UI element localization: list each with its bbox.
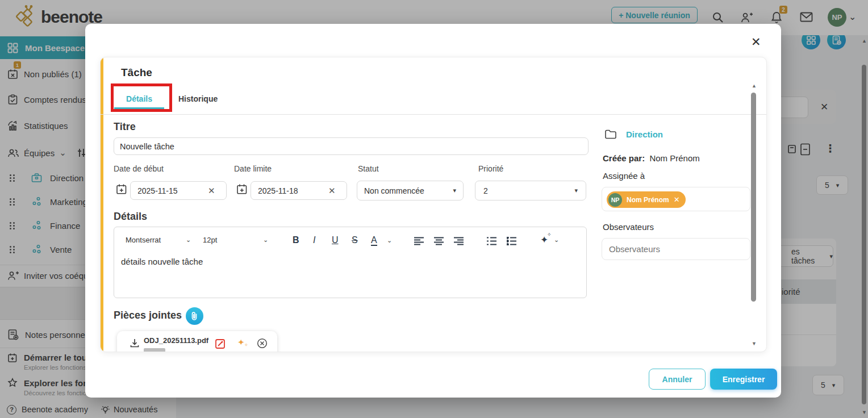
text-color-button[interactable]: A bbox=[371, 236, 377, 246]
title-label: Titre bbox=[114, 121, 136, 133]
italic-button[interactable]: I bbox=[313, 236, 315, 245]
clear-due-date-icon[interactable]: ✕ bbox=[328, 186, 336, 196]
calendar-plus-icon[interactable] bbox=[236, 183, 248, 195]
created-by-row: Créée par: Nom Prénom bbox=[603, 153, 700, 163]
observers-label: Observateurs bbox=[603, 222, 654, 232]
paperclip-icon bbox=[190, 311, 199, 321]
add-attachment-button[interactable] bbox=[186, 307, 203, 325]
clear-start-date-icon[interactable]: ✕ bbox=[208, 186, 215, 196]
align-right-button[interactable] bbox=[454, 237, 464, 245]
due-date-label: Date limite bbox=[234, 164, 272, 173]
align-left-button[interactable] bbox=[414, 237, 424, 245]
card-accent-bar bbox=[101, 57, 103, 352]
pdf-annotate-icon[interactable] bbox=[215, 338, 226, 349]
app-root: beenote + Nouvelle réunion 2 NP bbox=[0, 0, 868, 418]
tab-history[interactable]: Historique bbox=[178, 90, 218, 107]
folder-link[interactable]: Direction bbox=[626, 129, 663, 139]
start-date-input[interactable] bbox=[137, 186, 205, 195]
caret-down-icon: ▾ bbox=[574, 187, 578, 194]
tabs-divider bbox=[101, 114, 767, 115]
calendar-plus-icon[interactable] bbox=[116, 183, 127, 195]
ordered-list-button[interactable] bbox=[487, 237, 497, 245]
chevron-down-icon[interactable]: ⌄ bbox=[186, 237, 191, 243]
task-modal: ✕ Tâche Détails Historique Titre Date de… bbox=[85, 24, 781, 398]
cancel-button[interactable]: Annuler bbox=[649, 369, 706, 390]
attachment-meta-clipped bbox=[144, 348, 165, 352]
modal-close-icon[interactable]: ✕ bbox=[751, 35, 761, 49]
modal-title: Tâche bbox=[121, 66, 152, 79]
start-date-field[interactable]: ✕ bbox=[130, 181, 227, 200]
task-card: Tâche Détails Historique Titre Date de d… bbox=[100, 57, 767, 352]
assignee-chip[interactable]: NP Nom Prénom ✕ bbox=[607, 191, 686, 208]
modal-scrollbar[interactable]: ▲ ▼ bbox=[748, 80, 760, 352]
scroll-up-icon[interactable]: ▲ bbox=[752, 83, 757, 89]
chevron-down-icon[interactable]: ⌄ bbox=[263, 237, 268, 243]
details-editor[interactable]: Montserrat ⌄ 12pt ⌄ B I U S A ⌄ bbox=[114, 227, 587, 298]
priority-select[interactable]: 2 ▾ bbox=[475, 181, 586, 200]
created-by-value: Nom Prénom bbox=[649, 153, 699, 163]
attachment-card: ODJ_20251113.pdf ✦ ✧ bbox=[117, 331, 277, 352]
download-icon[interactable] bbox=[130, 338, 140, 349]
attachment-filename[interactable]: ODJ_20251113.pdf bbox=[144, 336, 208, 345]
font-size-select[interactable]: 12pt bbox=[203, 236, 217, 244]
priority-label: Priorité bbox=[478, 164, 503, 173]
bullet-list-button[interactable] bbox=[507, 237, 517, 245]
title-input[interactable] bbox=[114, 137, 589, 155]
save-button[interactable]: Enregistrer bbox=[710, 369, 777, 390]
chevron-down-icon[interactable]: ⌄ bbox=[554, 237, 559, 243]
annotation-highlight-box bbox=[111, 83, 172, 112]
align-center-button[interactable] bbox=[434, 237, 444, 245]
attachments-label: Pièces jointes bbox=[114, 310, 182, 321]
sparkle-small-icon: ✧ bbox=[244, 342, 248, 348]
remove-attachment-icon[interactable] bbox=[257, 338, 268, 349]
sparkle-small-icon: ✧ bbox=[547, 232, 552, 237]
assignee-field[interactable]: NP Nom Prénom ✕ bbox=[602, 187, 750, 211]
details-editor-content[interactable]: détails nouvelle tâche bbox=[121, 257, 203, 266]
chevron-down-icon[interactable]: ⌄ bbox=[387, 237, 392, 244]
bold-button[interactable]: B bbox=[293, 236, 299, 245]
due-date-input[interactable] bbox=[258, 186, 325, 195]
ai-sparkles-icon[interactable]: ✦ bbox=[237, 337, 245, 348]
status-label: Statut bbox=[358, 164, 379, 173]
underline-button[interactable]: U bbox=[332, 236, 339, 245]
modal-scrollbar-thumb[interactable] bbox=[751, 93, 756, 302]
assignee-avatar: NP bbox=[608, 193, 622, 207]
assignee-name: Nom Prénom bbox=[627, 196, 669, 204]
observers-input[interactable] bbox=[602, 238, 750, 260]
details-label: Détails bbox=[114, 211, 147, 223]
remove-assignee-icon[interactable]: ✕ bbox=[674, 195, 680, 204]
scroll-down-icon[interactable]: ▼ bbox=[752, 341, 757, 346]
assigned-to-label: Assignée à bbox=[603, 171, 645, 181]
due-date-field[interactable]: ✕ bbox=[251, 181, 347, 200]
folder-icon bbox=[604, 129, 617, 140]
created-by-label: Créée par: bbox=[603, 153, 645, 163]
status-select[interactable]: Non commencée ▾ bbox=[357, 181, 464, 200]
font-family-select[interactable]: Montserrat bbox=[126, 236, 161, 244]
caret-down-icon: ▾ bbox=[453, 187, 456, 194]
strikethrough-button[interactable]: S bbox=[352, 236, 358, 245]
start-date-label: Date de début bbox=[114, 164, 164, 173]
